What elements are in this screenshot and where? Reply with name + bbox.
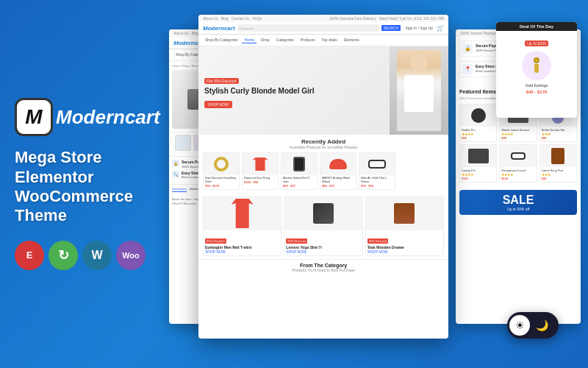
feat-info-3: Bottle Grinder Set ★★★ $24 [540, 127, 576, 141]
feat-info-4: Laptop Pro ★★★★ $110 [460, 167, 496, 182]
right-sale-banner: SALE Up to 50% off [459, 190, 577, 215]
lock-icon: 🔒 [172, 160, 179, 167]
disc-btn-2[interactable]: SHOP NOW [286, 250, 360, 254]
sneaker-price: $80 - $37 [322, 184, 354, 188]
feat-price-3: $24 [542, 136, 575, 140]
dark-mode-toggle[interactable]: ☀ 🌙 [507, 312, 559, 339]
woocommerce-badge: Woo [116, 241, 146, 270]
tshirt-icon [252, 158, 268, 171]
feat-item-5: Sunglasses Incool ★★★★ $110 [499, 144, 537, 183]
nav-shop2[interactable]: Shop [259, 37, 272, 43]
ring-info: Rad Diamond Jewellery Gold $18 - $178 [204, 175, 239, 189]
feat-price-1: $24 [462, 136, 495, 140]
glasses-info: Nike Air Gold Film's Series $70 - $58 [359, 175, 395, 189]
deal-product-img [522, 51, 551, 80]
center-topbar: About Us Blog Contact Us FAQs 100% Genui… [198, 15, 448, 22]
main-container: M Moderncart Mega Store Elementor WooCom… [0, 0, 588, 368]
logo-container: M Moderncart [15, 98, 160, 136]
sunglasses-icon [511, 152, 526, 160]
sun-icon: ☀ [515, 319, 525, 331]
tshirt-img [243, 153, 278, 175]
center-nav: Shop By Categories Home Shop Categories … [198, 35, 448, 46]
glasses-icon [368, 160, 386, 169]
tagline: Mega Store Elementor WooCommerce Theme [15, 148, 169, 226]
sale-text: SALE [463, 194, 573, 207]
nav-elements[interactable]: Elements [342, 37, 362, 43]
deal-price: $45 - $170 [500, 90, 573, 94]
discount-products-row: 35% Discount Eyeboglor Men Red T-shirt S… [198, 194, 448, 259]
sneaker-icon [329, 159, 347, 169]
feat-item-4: Laptop Pro ★★★★ $110 [459, 144, 497, 183]
product-tshirt: Diamond Duo Rring $100 - $90 [242, 152, 279, 190]
ring-img [204, 153, 239, 175]
tshirt2-icon [232, 199, 254, 228]
location-icon: 📍 [462, 64, 473, 74]
tab-description[interactable]: Description [172, 187, 187, 192]
nav-shop[interactable]: Shop By Categories [203, 37, 240, 43]
center-search[interactable]: Categories [237, 24, 379, 32]
nav-topdeals[interactable]: Top deals [319, 37, 339, 43]
feat-price-5: $110 [501, 177, 534, 180]
earring-drop [534, 64, 539, 73]
ring-name: Rad Diamond Jewellery Gold [205, 177, 237, 184]
refresh-badge: ↻ [49, 241, 78, 270]
deal-content: Up To $100 Gold Earrings $45 - $170 [496, 31, 577, 98]
center-topbar-right: 100% Genuine Fast Delivery Need Help? Ca… [329, 16, 444, 21]
product-glasses: Nike Air Gold Film's Series $70 - $58 [359, 152, 395, 190]
cart-icon: 🛒 [437, 25, 444, 32]
featured-row-2: Laptop Pro ★★★★ $110 Sunglasses Incool ★… [459, 144, 577, 183]
watch-name: Market Salvia Red T-shirt [283, 177, 315, 184]
watch-img [282, 153, 317, 175]
from-category-section: From The Category Products You'll Need t… [198, 259, 448, 275]
secure-icon: 🔒 [462, 43, 473, 54]
glasses-img [359, 153, 395, 175]
discount-info-3: 36% Discount Teak Wooden Drawer SHOP NOW [366, 230, 443, 255]
dark-mode-btn[interactable]: 🌙 [531, 315, 552, 336]
thumb-1 [175, 135, 191, 151]
light-mode-btn[interactable]: ☀ [509, 315, 530, 336]
center-screenshot: About Us Blog Contact Us FAQs 100% Genui… [198, 15, 448, 339]
brand-name: Moderncart [56, 106, 160, 129]
recently-added-grid: Rad Diamond Jewellery Gold $18 - $178 Di… [203, 152, 444, 190]
deal-tag: Up To $100 [525, 40, 548, 46]
nav-products[interactable]: Products [298, 37, 318, 43]
title-section: Mega Store Elementor WooCommerce Theme [15, 148, 169, 226]
nav-categories[interactable]: Categories [274, 37, 296, 43]
discount-img-2 [284, 197, 362, 230]
feat-img-4 [460, 145, 496, 167]
yoga-icon [313, 203, 334, 224]
watch-price: $50 - $37 [283, 184, 315, 188]
feat-price-2: $38 [501, 136, 534, 140]
tshirt-price: $100 - $90 [244, 180, 276, 184]
disc-btn-3[interactable]: SHOP NOW [368, 250, 442, 254]
center-searchbar: Moderncart Categories SEARCH Sign In / S… [198, 22, 448, 35]
center-search-btn[interactable]: SEARCH [381, 25, 401, 31]
logo-m-letter: M [25, 105, 42, 129]
right-topbar-text: 100% Secure Payment [460, 31, 498, 35]
disc-btn-1[interactable]: SHOP NOW [205, 250, 279, 254]
cabinet-icon [551, 148, 564, 164]
sneaker-name: MARKT Analog Black Watch [322, 177, 354, 184]
nav-home[interactable]: Home [242, 37, 256, 43]
from-cat-title: From The Category [201, 263, 445, 268]
recently-added-title: Recently Added Incredible Products for I… [203, 138, 444, 149]
disc-tag-2: 30% Discount [286, 238, 307, 244]
discount-product-2: 30% Discount Lenovo Yoga Slim 7i SHOP NO… [284, 197, 362, 256]
ring-icon [214, 157, 229, 171]
feat-info-6: Latest Sony Port ★★★ $24 [540, 167, 576, 182]
model-head [410, 54, 428, 71]
center-signin: Sign In / Sign Up [405, 26, 433, 30]
glasses-price: $70 - $58 [361, 184, 393, 188]
elementor-badge: E [15, 241, 44, 270]
center-topbar-left: About Us Blog Contact Us FAQs [203, 16, 262, 21]
earring-icon [530, 57, 543, 74]
deal-product-name: Gold Earrings [500, 83, 573, 88]
feat-item-1: Studio Pro ★★★★ $24 [459, 104, 497, 142]
model-figure [397, 50, 441, 131]
deal-header: Deal Of The Day [496, 22, 577, 31]
hero-btn[interactable]: SHOP NOW [204, 101, 232, 108]
feat-img-6 [540, 145, 576, 167]
hero-title: Stylish Curly Blonde Model Girl [204, 86, 314, 96]
center-logo: Moderncart [203, 25, 235, 32]
from-cat-sub: Products You'll Need to Best Purchase [201, 268, 445, 272]
